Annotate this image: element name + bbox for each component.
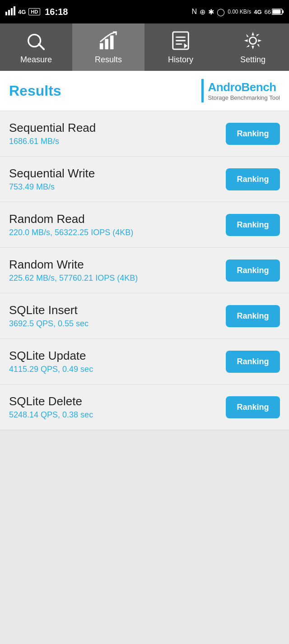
svg-rect-5: [283, 10, 284, 13]
logo-text: AndroBench Storage Benchmarking Tool: [208, 80, 280, 101]
alarm-icon: ◯: [217, 8, 225, 16]
tab-results[interactable]: Results: [72, 23, 144, 71]
result-value-3: 225.62 MB/s, 57760.21 IOPS (4KB): [9, 273, 138, 283]
results-header: Results AndroBench Storage Benchmarking …: [0, 71, 289, 111]
signal-icon: [5, 6, 15, 18]
result-info-3: Random Write 225.62 MB/s, 57760.21 IOPS …: [9, 258, 138, 283]
result-name-4: SQLite Insert: [9, 303, 89, 317]
network-4g: 4G: [254, 9, 261, 15]
svg-rect-6: [273, 10, 281, 14]
ranking-button-6[interactable]: Ranking: [226, 396, 280, 418]
result-info-1: Sequential Write 753.49 MB/s: [9, 167, 95, 192]
tab-setting-label: Setting: [240, 55, 266, 65]
svg-rect-9: [100, 43, 103, 49]
tab-results-label: Results: [95, 55, 122, 65]
tab-history-label: History: [168, 55, 193, 65]
result-name-1: Sequential Write: [9, 167, 95, 181]
svg-rect-10: [105, 39, 108, 49]
result-row-5: SQLite Update 4115.29 QPS, 0.49 sec Rank…: [0, 339, 289, 385]
result-value-0: 1686.61 MB/s: [9, 137, 96, 146]
result-name-5: SQLite Update: [9, 349, 93, 363]
page-title: Results: [9, 83, 61, 99]
ranking-button-4[interactable]: Ranking: [226, 305, 280, 327]
result-info-4: SQLite Insert 3692.5 QPS, 0.55 sec: [9, 303, 89, 329]
n-icon: N: [192, 8, 197, 16]
ranking-button-3[interactable]: Ranking: [226, 259, 280, 282]
data-speed: 0.00 KB/s: [228, 9, 251, 15]
logo-bar: [201, 79, 204, 102]
result-row-0: Sequential Read 1686.61 MB/s Ranking: [0, 111, 289, 157]
result-value-4: 3692.5 QPS, 0.55 sec: [9, 319, 89, 329]
nav-tabs: Measure Results History: [0, 23, 289, 71]
svg-line-8: [39, 44, 44, 50]
logo-name: AndroBench: [208, 80, 276, 94]
result-info-2: Random Read 220.0 MB/s, 56322.25 IOPS (4…: [9, 212, 133, 237]
location-icon: ⊕: [200, 8, 205, 16]
result-info-6: SQLite Delete 5248.14 QPS, 0.38 sec: [9, 394, 93, 420]
result-value-6: 5248.14 QPS, 0.38 sec: [9, 410, 93, 420]
hd-badge: HD: [28, 8, 40, 15]
svg-rect-0: [5, 12, 7, 15]
tab-history[interactable]: History: [144, 23, 217, 71]
svg-rect-2: [11, 8, 13, 15]
result-row-2: Random Read 220.0 MB/s, 56322.25 IOPS (4…: [0, 202, 289, 248]
svg-rect-3: [14, 6, 15, 15]
svg-rect-11: [110, 36, 114, 50]
ranking-button-0[interactable]: Ranking: [226, 123, 280, 145]
setting-icon: [242, 30, 264, 51]
tab-measure[interactable]: Measure: [0, 23, 72, 71]
history-icon: [170, 30, 191, 51]
results-icon: [98, 30, 119, 51]
status-bar: 4G HD 16:18 N ⊕ ✱ ◯ 0.00 KB/s 4G 66: [0, 0, 289, 23]
measure-icon: [25, 30, 47, 51]
result-name-0: Sequential Read: [9, 121, 96, 135]
battery-icon: 66: [265, 9, 284, 15]
androbench-logo: AndroBench Storage Benchmarking Tool: [201, 79, 280, 102]
ranking-button-2[interactable]: Ranking: [226, 214, 280, 236]
result-row-6: SQLite Delete 5248.14 QPS, 0.38 sec Rank…: [0, 385, 289, 430]
ranking-button-5[interactable]: Ranking: [226, 351, 280, 373]
result-row-1: Sequential Write 753.49 MB/s Ranking: [0, 157, 289, 202]
tab-measure-label: Measure: [20, 55, 52, 65]
tab-setting[interactable]: Setting: [217, 23, 289, 71]
network-type: 4G: [18, 9, 26, 15]
result-info-5: SQLite Update 4115.29 QPS, 0.49 sec: [9, 349, 93, 374]
result-value-2: 220.0 MB/s, 56322.25 IOPS (4KB): [9, 228, 133, 237]
result-name-3: Random Write: [9, 258, 138, 272]
time-display: 16:18: [45, 7, 68, 17]
status-right: N ⊕ ✱ ◯ 0.00 KB/s 4G 66: [192, 8, 284, 16]
result-name-6: SQLite Delete: [9, 394, 93, 408]
bluetooth-icon: ✱: [208, 8, 214, 16]
svg-point-17: [249, 37, 256, 44]
result-info-0: Sequential Read 1686.61 MB/s: [9, 121, 96, 146]
results-list: Sequential Read 1686.61 MB/s Ranking Seq…: [0, 111, 289, 430]
svg-marker-16: [184, 43, 188, 49]
result-value-5: 4115.29 QPS, 0.49 sec: [9, 365, 93, 374]
status-left: 4G HD 16:18: [5, 6, 68, 18]
result-value-1: 753.49 MB/s: [9, 182, 95, 192]
svg-rect-1: [8, 10, 10, 15]
result-row-3: Random Write 225.62 MB/s, 57760.21 IOPS …: [0, 248, 289, 293]
result-row-4: SQLite Insert 3692.5 QPS, 0.55 sec Ranki…: [0, 293, 289, 339]
logo-subtitle: Storage Benchmarking Tool: [208, 94, 280, 101]
result-name-2: Random Read: [9, 212, 133, 226]
ranking-button-1[interactable]: Ranking: [226, 168, 280, 190]
